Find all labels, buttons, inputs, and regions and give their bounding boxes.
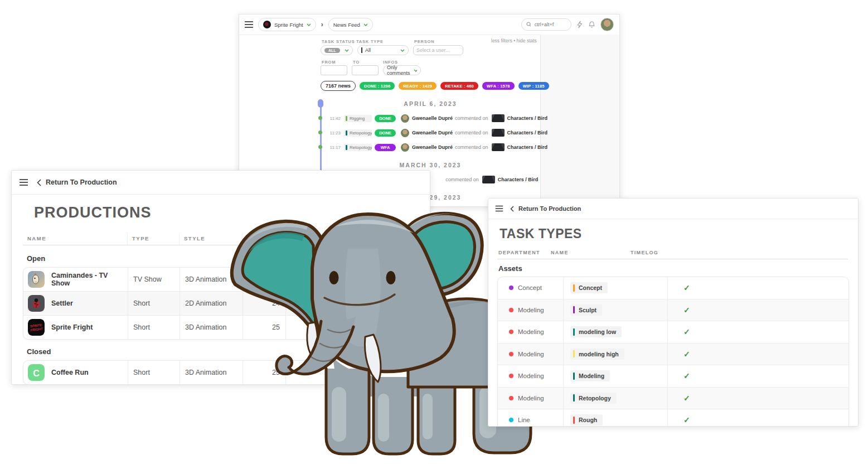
production-type-cell: TV Show [128, 268, 180, 291]
department-cell: Modeling [498, 299, 563, 321]
task-type-row[interactable]: ModelingModeling✓ [498, 365, 848, 387]
filters-toggle-links[interactable]: less filters • hide stats [491, 38, 537, 43]
task-type-name: modeling high [579, 351, 619, 357]
chevron-down-icon [345, 49, 349, 52]
department-color-dot [509, 308, 513, 312]
search-input[interactable] [534, 21, 566, 28]
column-header-name: NAME [551, 250, 569, 255]
notifications-bell-icon[interactable] [588, 21, 595, 28]
person-input[interactable] [413, 45, 463, 55]
task-types-topbar: Return To Production [488, 199, 858, 219]
department-cell: Concept [498, 277, 563, 299]
entry-action-text: commented on [445, 177, 479, 182]
back-to-production-link[interactable]: Return To Production [510, 205, 581, 212]
production-logo: C [28, 364, 45, 381]
section-selector[interactable]: News Feed [328, 18, 373, 31]
feed-date-header: APRIL 6, 2023 [321, 98, 540, 109]
task-type-pill[interactable]: Modeling [570, 370, 610, 381]
chevron-left-icon [37, 179, 41, 186]
task-type-pill[interactable]: Rough [570, 414, 603, 425]
task-type-row[interactable]: ConceptConcept✓ [498, 277, 848, 299]
production-type-cell: Short [128, 316, 180, 339]
hamburger-menu-icon[interactable] [245, 24, 253, 25]
task-type-name: Concept [579, 284, 602, 291]
entity-thumbnail[interactable] [492, 114, 505, 122]
task-type-color-bar [573, 306, 575, 313]
task-type-color-bar [573, 328, 575, 336]
hamburger-menu-icon[interactable] [20, 182, 28, 183]
breadcrumb-separator: › [321, 21, 323, 28]
department-cell: Modeling [498, 388, 563, 409]
entry-target-link[interactable]: Characters / Bird [507, 130, 548, 136]
entity-thumbnail[interactable] [482, 176, 495, 183]
task-type-row[interactable]: LineRough✓ [498, 409, 848, 427]
user-avatar[interactable] [401, 143, 409, 152]
task-type-pill[interactable]: Concept [570, 282, 608, 293]
production-logo [28, 295, 45, 312]
infos-label: INFOS [383, 60, 398, 65]
production-selector[interactable]: Sprite Fright [258, 18, 316, 31]
flash-icon[interactable] [576, 21, 583, 28]
section-selector-label: News Feed [333, 22, 360, 28]
entity-thumbnail[interactable] [492, 129, 505, 137]
to-date-input[interactable] [352, 65, 379, 75]
global-search[interactable] [521, 18, 571, 31]
user-avatar[interactable] [401, 129, 409, 137]
task-type-name: Retopology [350, 145, 372, 150]
page-title: PRODUCTIONS [34, 204, 152, 221]
task-type-name: modeling low [579, 328, 616, 335]
entry-author[interactable]: Gwenaelle Dupré [412, 144, 453, 150]
task-type-pill[interactable]: Sculpt [570, 304, 602, 316]
news-topbar: Sprite Fright › News Feed [239, 14, 619, 35]
task-type-pill[interactable]: Retopology [570, 393, 617, 404]
task-type-select[interactable]: All [357, 45, 409, 55]
task-type-pill[interactable]: modeling low [570, 326, 622, 337]
task-type-name: Modeling [579, 373, 604, 379]
stats-badges: 7167 news DONE : 1206READY : 1429RETAKE … [321, 81, 549, 91]
task-type-row[interactable]: Modelingmodeling low✓ [498, 321, 848, 343]
entry-task-type-pill: Retopology [344, 129, 372, 137]
from-date-input[interactable] [321, 65, 347, 75]
task-type-value: All [365, 47, 371, 53]
department-name: Modeling [518, 351, 544, 357]
screenshot-canvas: Sprite Fright › News Feed TASK STA [0, 0, 868, 474]
feed-entry: 11:42RiggingDONEGwenaelle Duprécommented… [321, 113, 540, 124]
task-status-select[interactable]: ALL [321, 45, 353, 55]
task-status-value: ALL [324, 48, 340, 53]
department-color-dot [509, 330, 513, 334]
entry-time: 11:17 [328, 145, 341, 150]
back-to-production-link[interactable]: Return To Production [37, 178, 117, 186]
user-avatar[interactable] [401, 114, 409, 123]
infos-select[interactable]: Only comments [383, 65, 421, 75]
status-count-badge: WIP : 1185 [518, 82, 549, 90]
entry-target-link[interactable]: Characters / Bird [507, 115, 548, 121]
entry-target-link[interactable]: Characters / Bird [498, 177, 539, 182]
entry-status-badge: WFA [375, 144, 396, 151]
chevron-down-icon [307, 23, 311, 26]
status-count-badge: RETAKE : 460 [440, 82, 478, 90]
hamburger-menu-icon[interactable] [496, 208, 503, 209]
timelog-cell: ✓ [667, 388, 848, 409]
production-name: Caminandes - TV Show [51, 272, 128, 287]
task-type-row[interactable]: ModelingSculpt✓ [498, 299, 848, 321]
entry-task-type-pill: Rigging [344, 115, 372, 122]
timelog-cell: ✓ [667, 344, 848, 365]
task-type-pill[interactable]: modeling high [570, 349, 624, 360]
user-avatar[interactable] [600, 18, 614, 31]
entity-thumbnail[interactable] [492, 143, 505, 151]
department-color-dot [509, 418, 513, 422]
status-count-badge: DONE : 1206 [360, 82, 395, 90]
stats-side-panel [540, 35, 619, 206]
entry-target-link[interactable]: Characters / Bird [507, 144, 548, 150]
task-type-row[interactable]: Modelingmodeling high✓ [498, 343, 848, 365]
timeline-dot [318, 116, 322, 120]
checkmark-icon: ✓ [683, 394, 690, 403]
column-header-type: TYPE [127, 234, 179, 245]
task-type-color-bar [346, 130, 347, 136]
entry-author[interactable]: Gwenaelle Dupré [412, 115, 453, 121]
task-type-color-bar [361, 47, 362, 53]
department-name: Concept [518, 284, 542, 291]
task-type-color-bar [573, 350, 575, 357]
entry-author[interactable]: Gwenaelle Dupré [412, 130, 453, 136]
task-type-row[interactable]: ModelingRetopology✓ [498, 387, 848, 409]
